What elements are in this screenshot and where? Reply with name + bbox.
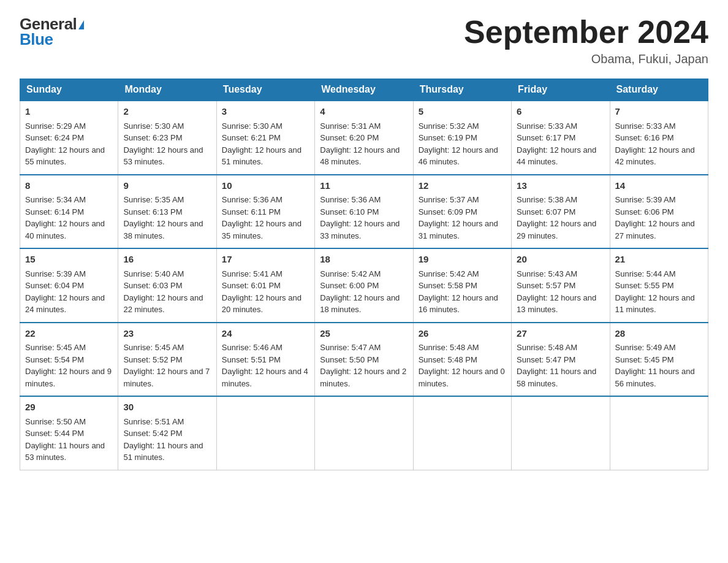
sunrise-text: Sunrise: 5:44 AM — [615, 269, 676, 278]
sunrise-text: Sunrise: 5:46 AM — [222, 343, 282, 352]
sunrise-text: Sunrise: 5:35 AM — [123, 195, 184, 204]
day-number: 28 — [615, 327, 703, 341]
daylight-text: Daylight: 12 hours and 44 minutes. — [517, 145, 596, 167]
calendar-cell: 29Sunrise: 5:50 AMSunset: 5:44 PMDayligh… — [20, 396, 118, 470]
sunrise-text: Sunrise: 5:31 AM — [320, 121, 381, 131]
daylight-text: Daylight: 12 hours and 13 minutes. — [517, 293, 596, 315]
daylight-text: Daylight: 12 hours and 42 minutes. — [615, 145, 695, 167]
day-number: 23 — [123, 327, 211, 341]
sunset-text: Sunset: 6:19 PM — [419, 133, 477, 142]
day-number: 2 — [123, 105, 211, 119]
daylight-text: Daylight: 12 hours and 29 minutes. — [517, 219, 596, 240]
sunset-text: Sunset: 6:16 PM — [615, 133, 674, 142]
sunrise-text: Sunrise: 5:30 AM — [222, 121, 282, 131]
calendar-cell — [315, 396, 413, 470]
header-sunday: Sunday — [20, 79, 118, 101]
calendar-cell: 30Sunrise: 5:51 AMSunset: 5:42 PMDayligh… — [118, 396, 216, 470]
sunrise-text: Sunrise: 5:40 AM — [123, 269, 184, 278]
day-number: 16 — [123, 253, 211, 267]
sunset-text: Sunset: 5:50 PM — [320, 355, 379, 364]
calendar-cell: 12Sunrise: 5:37 AMSunset: 6:09 PMDayligh… — [413, 175, 511, 249]
day-number: 18 — [320, 253, 408, 267]
sunrise-text: Sunrise: 5:39 AM — [615, 195, 676, 204]
calendar-cell: 27Sunrise: 5:48 AMSunset: 5:47 PMDayligh… — [512, 323, 610, 397]
sunset-text: Sunset: 6:04 PM — [25, 281, 84, 290]
calendar-cell: 17Sunrise: 5:41 AMSunset: 6:01 PMDayligh… — [216, 248, 314, 323]
sunrise-text: Sunrise: 5:41 AM — [222, 269, 282, 278]
sunrise-text: Sunrise: 5:34 AM — [25, 195, 86, 204]
day-number: 20 — [517, 253, 604, 267]
calendar-cell: 23Sunrise: 5:45 AMSunset: 5:52 PMDayligh… — [118, 323, 216, 397]
sunset-text: Sunset: 6:14 PM — [25, 207, 84, 216]
calendar-cell: 28Sunrise: 5:49 AMSunset: 5:45 PMDayligh… — [610, 323, 708, 397]
sunset-text: Sunset: 6:01 PM — [222, 281, 281, 290]
sunset-text: Sunset: 5:57 PM — [517, 281, 575, 290]
daylight-text: Daylight: 12 hours and 11 minutes. — [615, 293, 695, 315]
day-number: 4 — [320, 105, 408, 119]
sunset-text: Sunset: 6:03 PM — [123, 281, 182, 290]
calendar-cell: 15Sunrise: 5:39 AMSunset: 6:04 PMDayligh… — [20, 248, 118, 323]
sunset-text: Sunset: 6:11 PM — [222, 207, 281, 216]
sunset-text: Sunset: 6:06 PM — [615, 207, 674, 216]
day-number: 13 — [517, 179, 604, 193]
sunset-text: Sunset: 5:51 PM — [222, 355, 281, 364]
day-number: 30 — [123, 400, 211, 415]
sunrise-text: Sunrise: 5:39 AM — [25, 269, 86, 278]
header-monday: Monday — [118, 79, 216, 101]
calendar-cell: 19Sunrise: 5:42 AMSunset: 5:58 PMDayligh… — [413, 248, 511, 323]
sunrise-text: Sunrise: 5:32 AM — [419, 121, 479, 131]
daylight-text: Daylight: 12 hours and 33 minutes. — [320, 219, 400, 240]
sunrise-text: Sunrise: 5:42 AM — [419, 269, 479, 278]
header-wednesday: Wednesday — [315, 79, 413, 101]
calendar-cell: 11Sunrise: 5:36 AMSunset: 6:10 PMDayligh… — [315, 175, 413, 249]
daylight-text: Daylight: 12 hours and 46 minutes. — [419, 145, 498, 167]
day-number: 1 — [25, 105, 113, 119]
calendar-cell: 26Sunrise: 5:48 AMSunset: 5:48 PMDayligh… — [413, 323, 511, 397]
sunrise-text: Sunrise: 5:47 AM — [320, 343, 381, 352]
month-title: September 2024 — [464, 15, 708, 50]
day-number: 9 — [123, 179, 211, 193]
sunset-text: Sunset: 5:52 PM — [123, 355, 182, 364]
sunrise-text: Sunrise: 5:37 AM — [419, 195, 479, 204]
header-row: SundayMondayTuesdayWednesdayThursdayFrid… — [20, 79, 708, 101]
day-number: 26 — [419, 327, 506, 341]
calendar-week-3: 15Sunrise: 5:39 AMSunset: 6:04 PMDayligh… — [20, 248, 708, 323]
sunset-text: Sunset: 5:45 PM — [615, 355, 674, 364]
sunset-text: Sunset: 5:48 PM — [419, 355, 477, 364]
sunrise-text: Sunrise: 5:49 AM — [615, 343, 676, 352]
sunrise-text: Sunrise: 5:36 AM — [320, 195, 381, 204]
calendar-week-4: 22Sunrise: 5:45 AMSunset: 5:54 PMDayligh… — [20, 323, 708, 397]
sunset-text: Sunset: 6:00 PM — [320, 281, 379, 290]
sunset-text: Sunset: 6:09 PM — [419, 207, 477, 216]
calendar-cell — [216, 396, 314, 470]
daylight-text: Daylight: 12 hours and 18 minutes. — [320, 293, 400, 315]
calendar-cell: 1Sunrise: 5:29 AMSunset: 6:24 PMDaylight… — [20, 101, 118, 175]
sunset-text: Sunset: 5:47 PM — [517, 355, 575, 364]
sunset-text: Sunset: 6:10 PM — [320, 207, 379, 216]
day-number: 25 — [320, 327, 408, 341]
calendar-body: 1Sunrise: 5:29 AMSunset: 6:24 PMDaylight… — [20, 101, 708, 470]
day-number: 12 — [419, 179, 506, 193]
daylight-text: Daylight: 12 hours and 9 minutes. — [25, 367, 112, 388]
calendar-week-2: 8Sunrise: 5:34 AMSunset: 6:14 PMDaylight… — [20, 175, 708, 249]
daylight-text: Daylight: 12 hours and 51 minutes. — [222, 145, 301, 167]
daylight-text: Daylight: 11 hours and 53 minutes. — [25, 441, 105, 462]
calendar-week-5: 29Sunrise: 5:50 AMSunset: 5:44 PMDayligh… — [20, 396, 708, 470]
calendar-cell: 21Sunrise: 5:44 AMSunset: 5:55 PMDayligh… — [610, 248, 708, 323]
day-number: 3 — [222, 105, 309, 119]
title-block: September 2024 Obama, Fukui, Japan — [464, 15, 708, 66]
sunrise-text: Sunrise: 5:43 AM — [517, 269, 577, 278]
sunrise-text: Sunrise: 5:38 AM — [517, 195, 577, 204]
day-number: 6 — [517, 105, 604, 119]
calendar-cell: 8Sunrise: 5:34 AMSunset: 6:14 PMDaylight… — [20, 175, 118, 249]
sunset-text: Sunset: 5:42 PM — [123, 429, 182, 438]
daylight-text: Daylight: 12 hours and 40 minutes. — [25, 219, 105, 240]
sunrise-text: Sunrise: 5:33 AM — [615, 121, 676, 131]
location-text: Obama, Fukui, Japan — [464, 52, 708, 66]
sunrise-text: Sunrise: 5:36 AM — [222, 195, 282, 204]
calendar-table: SundayMondayTuesdayWednesdayThursdayFrid… — [20, 79, 708, 470]
sunset-text: Sunset: 5:44 PM — [25, 429, 84, 438]
calendar-cell: 10Sunrise: 5:36 AMSunset: 6:11 PMDayligh… — [216, 175, 314, 249]
daylight-text: Daylight: 12 hours and 38 minutes. — [123, 219, 203, 240]
day-number: 15 — [25, 253, 113, 267]
